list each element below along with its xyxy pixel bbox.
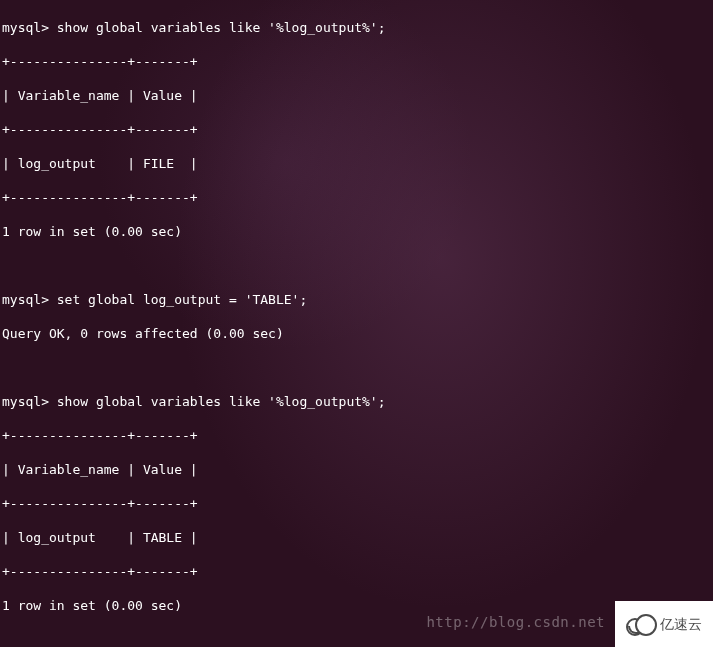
result-footer: 1 row in set (0.00 sec) [2, 597, 711, 614]
cloud-icon [626, 614, 656, 634]
prompt-line: mysql> show global variables like '%log_… [2, 19, 711, 36]
sql-query: set global log_output = 'TABLE'; [57, 292, 307, 307]
table-row: | log_output | TABLE | [2, 529, 711, 546]
table-row: | log_output | FILE | [2, 155, 711, 172]
sql-query: show global variables like '%log_output%… [57, 20, 386, 35]
table-separator: +---------------+-------+ [2, 495, 711, 512]
blank-line [2, 359, 711, 376]
table-separator: +---------------+-------+ [2, 563, 711, 580]
table-separator: +---------------+-------+ [2, 53, 711, 70]
prompt: mysql> [2, 20, 49, 35]
watermark-url: http://blog.csdn.net [426, 614, 605, 631]
result-footer: 1 row in set (0.00 sec) [2, 223, 711, 240]
query-ok: Query OK, 0 rows affected (0.00 sec) [2, 325, 711, 342]
table-header: | Variable_name | Value | [2, 461, 711, 478]
table-separator: +---------------+-------+ [2, 189, 711, 206]
terminal-output[interactable]: mysql> show global variables like '%log_… [0, 0, 713, 647]
table-separator: +---------------+-------+ [2, 121, 711, 138]
brand-text: 亿速云 [660, 616, 702, 633]
prompt-line: mysql> show global variables like '%log_… [2, 393, 711, 410]
table-header: | Variable_name | Value | [2, 87, 711, 104]
prompt: mysql> [2, 292, 49, 307]
table-separator: +---------------+-------+ [2, 427, 711, 444]
prompt-line: mysql> set global log_output = 'TABLE'; [2, 291, 711, 308]
blank-line [2, 631, 711, 647]
prompt: mysql> [2, 394, 49, 409]
blank-line [2, 257, 711, 274]
sql-query: show global variables like '%log_output%… [57, 394, 386, 409]
brand-badge: 亿速云 [615, 601, 713, 647]
